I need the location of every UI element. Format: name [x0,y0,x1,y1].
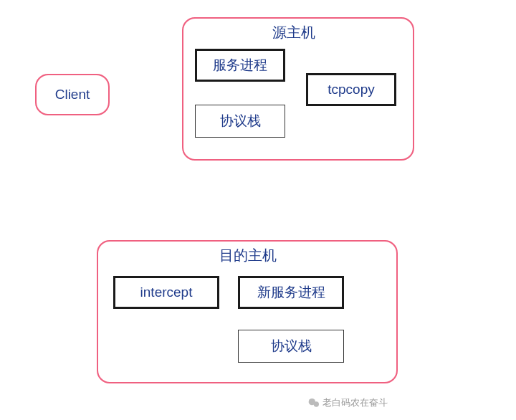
wechat-icon [308,398,320,408]
watermark-text: 老白码农在奋斗 [322,396,388,409]
watermark: 老白码农在奋斗 [308,396,388,409]
new-service-process-box: 新服务进程 [238,276,344,309]
dest-host-title: 目的主机 [198,246,298,265]
svg-point-1 [314,401,319,406]
service-process-box: 服务进程 [195,49,285,82]
tcpcopy-box: tcpcopy [306,73,396,106]
tcpcopy-label: tcpcopy [328,82,374,97]
source-host-title: 源主机 [251,23,337,42]
source-protocol-stack-label: 协议栈 [220,112,261,130]
intercept-box: intercept [113,276,219,309]
dest-protocol-stack-label: 协议栈 [271,337,312,355]
dest-protocol-stack-box: 协议栈 [238,330,344,363]
client-box: Client [35,74,110,115]
source-protocol-stack-box: 协议栈 [195,105,285,138]
new-service-process-label: 新服务进程 [257,283,325,302]
service-process-label: 服务进程 [213,56,267,75]
client-label: Client [55,87,90,102]
intercept-label: intercept [140,285,193,300]
